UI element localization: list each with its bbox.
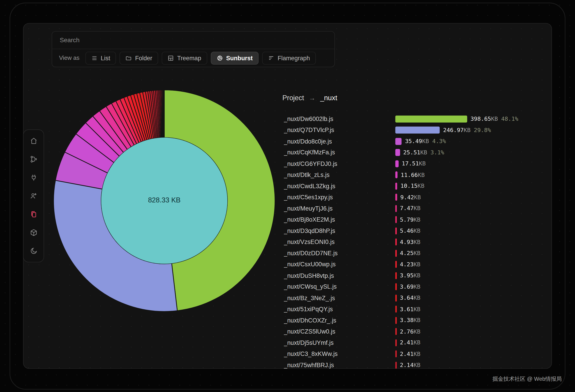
file-row[interactable]: _nuxt/CWsq_ySL.js3.69KB xyxy=(284,281,551,293)
view-toolbar: View as List Folder xyxy=(52,49,335,67)
users-icon[interactable] xyxy=(27,190,40,202)
file-size: 3.61KB xyxy=(400,306,420,312)
file-name: _nuxt/CZS5lUw0.js xyxy=(284,328,395,335)
view-button-sunburst[interactable]: Sunburst xyxy=(211,51,259,64)
file-name: _nuxt/D0zDD7NE.js xyxy=(284,250,395,257)
file-name: _nuxt/DuSH8vtp.js xyxy=(284,272,395,279)
size-bar xyxy=(395,272,397,279)
file-row[interactable]: _nuxt/DuSH8vtp.js3.95KB xyxy=(284,270,551,281)
size-bar xyxy=(395,306,397,313)
file-row[interactable]: _nuxt/D0zDD7NE.js4.25KB xyxy=(284,247,551,259)
view-button-flamegraph[interactable]: Flamegraph xyxy=(262,51,316,64)
file-row[interactable]: _nuxt/CG6YFDJ0.js17.51KB xyxy=(284,158,551,170)
breadcrumb-current[interactable]: _nuxt xyxy=(320,94,337,102)
file-row[interactable]: _nuxt/MeuyTjJ6.js7.47KB xyxy=(284,203,551,214)
file-row[interactable]: _nuxt/Ddo8c0je.js35.49KB4.3% xyxy=(284,136,551,147)
home-icon[interactable] xyxy=(27,135,40,147)
size-bar-zone: 17.51KB xyxy=(395,160,551,167)
size-bar-zone: 4.93KB xyxy=(395,239,551,245)
file-size: 2.41KB xyxy=(400,340,420,346)
size-bar-zone: 3.38KB xyxy=(395,317,551,324)
size-bar xyxy=(395,339,397,346)
size-bar-zone: 35.49KB4.3% xyxy=(395,138,551,145)
file-size: 246.97KB xyxy=(443,127,470,133)
file-name: _nuxt/MeuyTjJ6.js xyxy=(284,205,395,212)
size-bar xyxy=(395,172,397,178)
file-row[interactable]: _nuxt/CZS5lUw0.js2.76KB xyxy=(284,326,551,337)
flamegraph-icon xyxy=(268,55,274,61)
file-name: _nuxt/75whfBRJ.js xyxy=(284,362,395,368)
file-row[interactable]: _nuxt/C5es1xpy.js9.42KB xyxy=(284,192,551,203)
moon-icon[interactable] xyxy=(27,245,40,257)
file-row[interactable]: _nuxt/D3qdD8hP.js5.46KB xyxy=(284,225,551,237)
file-row[interactable]: _nuxt/75whfBRJ.js2.14KB xyxy=(284,360,551,369)
view-button-label: List xyxy=(101,54,110,61)
size-bar-zone: 3.64KB xyxy=(395,294,551,301)
files-icon[interactable] xyxy=(27,208,40,220)
size-bar xyxy=(395,283,397,290)
file-row[interactable]: _nuxt/C3_8xKWw.js2.41KB xyxy=(284,348,551,360)
graph-icon[interactable] xyxy=(27,153,40,165)
breadcrumb: Project → _nuxt xyxy=(282,93,337,104)
package-icon[interactable] xyxy=(27,226,40,239)
file-name: _nuxt/Dtlk_zLs.js xyxy=(284,172,395,178)
size-bar-zone: 398.65KB48.1% xyxy=(395,116,551,122)
view-button-folder[interactable]: Folder xyxy=(120,51,158,64)
size-bar-zone: 3.95KB xyxy=(395,272,551,279)
file-size: 25.51KB xyxy=(403,149,427,156)
file-size: 3.69KB xyxy=(400,283,420,290)
size-bar xyxy=(395,205,397,212)
size-bar-zone: 5.46KB xyxy=(395,227,551,234)
file-percent: 4.3% xyxy=(432,138,446,145)
file-name: _nuxt/VzsEONI0.js xyxy=(284,239,395,245)
sunburst-icon xyxy=(216,55,223,61)
size-bar xyxy=(395,160,398,167)
file-size: 10.15KB xyxy=(400,183,424,189)
size-bar xyxy=(395,149,400,156)
view-as-label: View as xyxy=(59,55,80,61)
sunburst-slice[interactable] xyxy=(164,90,164,137)
file-row[interactable]: _nuxt/CqKfMzFa.js25.51KB3.1% xyxy=(284,147,551,158)
plug-icon[interactable] xyxy=(27,171,40,184)
file-size: 2.41KB xyxy=(400,351,420,357)
view-button-label: Treemap xyxy=(177,54,201,61)
file-row[interactable]: _nuxt/Q7DTVlcP.js246.97KB29.8% xyxy=(284,124,551,136)
size-bar-zone: 3.69KB xyxy=(395,283,551,290)
size-bar-zone: 2.41KB xyxy=(395,339,551,346)
view-button-list[interactable]: List xyxy=(85,51,116,64)
size-bar xyxy=(395,317,397,324)
file-row[interactable]: _nuxt/CsxU00wp.js4.23KB xyxy=(284,259,551,270)
size-bar xyxy=(395,183,397,190)
file-name: _nuxt/Dw6002lb.js xyxy=(284,116,395,122)
search-input[interactable] xyxy=(60,37,327,44)
size-bar-zone: 7.47KB xyxy=(395,205,551,212)
file-row[interactable]: _nuxt/Dtlk_zLs.js11.66KB xyxy=(284,169,551,181)
file-name: _nuxt/CsxU00wp.js xyxy=(284,261,395,268)
size-bar xyxy=(395,216,397,223)
file-row[interactable]: _nuxt/DhCOXZr_.js3.38KB xyxy=(284,315,551,326)
breadcrumb-root[interactable]: Project xyxy=(282,94,304,102)
file-row[interactable]: _nuxt/Bz_3NeZ_.js3.64KB xyxy=(284,293,551,304)
file-size: 2.76KB xyxy=(400,328,420,335)
size-bar-zone: 2.76KB xyxy=(395,328,551,335)
file-percent: 48.1% xyxy=(501,116,518,122)
size-bar xyxy=(395,239,397,245)
size-bar xyxy=(395,116,467,122)
size-bar-zone: 11.66KB xyxy=(395,172,551,178)
file-row[interactable]: _nuxt/VzsEONI0.js4.93KB xyxy=(284,237,551,248)
file-row[interactable]: _nuxt/51xiPqQY.js3.61KB xyxy=(284,304,551,315)
file-row[interactable]: _nuxt/Bj8oXE2M.js5.79KB xyxy=(284,214,551,225)
size-bar-zone: 4.23KB xyxy=(395,261,551,268)
file-row[interactable]: _nuxt/Dj5sUYmf.js2.41KB xyxy=(284,337,551,348)
file-size: 4.23KB xyxy=(400,261,420,268)
size-bar xyxy=(395,328,397,335)
file-size: 7.47KB xyxy=(400,205,420,212)
file-size: 4.25KB xyxy=(400,250,420,256)
size-bar-zone: 10.15KB xyxy=(395,183,551,190)
file-row[interactable]: _nuxt/CwdL3Zkg.js10.15KB xyxy=(284,181,551,192)
file-name: _nuxt/Dj5sUYmf.js xyxy=(284,339,395,346)
list-icon xyxy=(91,55,97,61)
view-button-treemap[interactable]: Treemap xyxy=(162,51,207,64)
file-row[interactable]: _nuxt/Dw6002lb.js398.65KB48.1% xyxy=(284,113,551,124)
size-bar xyxy=(395,194,397,201)
